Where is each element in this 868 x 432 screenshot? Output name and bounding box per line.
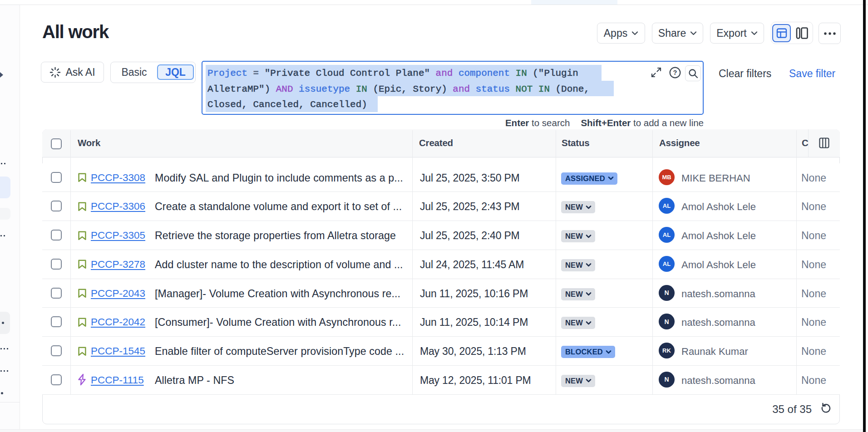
svg-text:?: ?	[673, 69, 677, 76]
